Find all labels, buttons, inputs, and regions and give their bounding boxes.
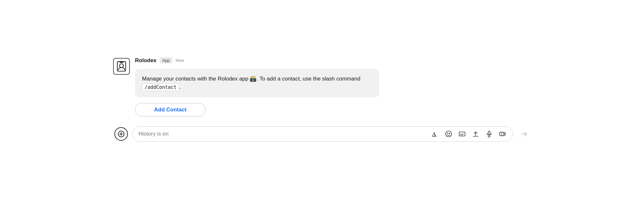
upload-button[interactable]: [471, 130, 480, 138]
svg-point-10: [449, 133, 450, 134]
rolodex-emoji: 🗃️: [250, 76, 256, 82]
microphone-button[interactable]: [485, 130, 493, 138]
svg-rect-15: [488, 131, 490, 135]
message-content: Rolodex App Now Manage your contacts wit…: [135, 57, 531, 98]
message-row: Rolodex App Now Manage your contacts wit…: [113, 57, 531, 98]
message-text-part2: . To add a contact, use the slash comman…: [256, 76, 360, 82]
svg-point-8: [446, 131, 452, 137]
video-button[interactable]: [498, 130, 507, 138]
svg-text:GIF: GIF: [460, 133, 464, 136]
add-contact-button[interactable]: Add Contact: [135, 103, 206, 117]
chat-container: Rolodex App Now Manage your contacts wit…: [113, 51, 531, 148]
plus-button[interactable]: [114, 127, 128, 141]
timestamp: Now: [175, 58, 184, 63]
gif-button[interactable]: GIF: [458, 130, 466, 138]
svg-point-1: [120, 64, 123, 68]
message-text-part1: Manage your contacts with the Rolodex ap…: [142, 76, 250, 82]
sender-name: Rolodex: [135, 57, 157, 64]
message-text-part3: .: [179, 84, 181, 90]
app-badge: App: [160, 57, 172, 63]
input-wrapper: A GIF: [132, 126, 513, 142]
input-row: A GIF: [113, 126, 531, 142]
svg-point-9: [447, 133, 448, 134]
input-icons: A GIF: [431, 130, 507, 138]
format-text-button[interactable]: A: [431, 130, 439, 138]
emoji-button[interactable]: [444, 130, 453, 138]
message-input[interactable]: [139, 131, 426, 137]
svg-rect-2: [120, 62, 123, 63]
slash-command: /addContact: [142, 83, 179, 91]
bot-avatar: [113, 58, 130, 75]
message-header: Rolodex App Now: [135, 57, 531, 64]
send-button[interactable]: [519, 128, 530, 139]
message-bubble: Manage your contacts with the Rolodex ap…: [135, 69, 379, 98]
add-contact-label: Add Contact: [154, 107, 186, 113]
